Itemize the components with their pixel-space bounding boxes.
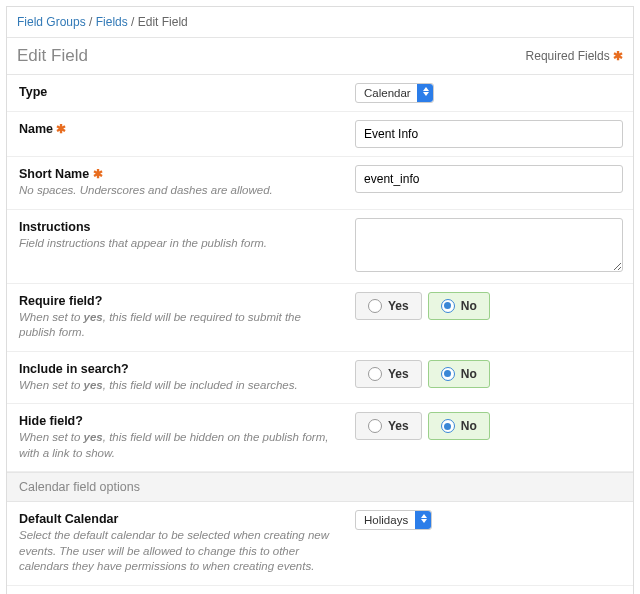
search-label: Include in search? xyxy=(19,362,129,376)
required-fields-label: Required Fields xyxy=(526,49,610,63)
type-label: Type xyxy=(19,85,47,99)
require-field-radio: Yes No xyxy=(355,292,623,320)
require-hint: When set to yes, this field will be requ… xyxy=(19,310,333,341)
instructions-hint: Field instructions that appear in the pu… xyxy=(19,236,333,252)
panel-header: Edit Field Required Fields ✱ xyxy=(7,38,633,75)
asterisk-icon: ✱ xyxy=(613,49,623,63)
short-name-input[interactable] xyxy=(355,165,623,193)
name-input[interactable] xyxy=(355,120,623,148)
hide-field-radio: Yes No xyxy=(355,412,623,440)
short-name-hint: No spaces. Underscores and dashes are al… xyxy=(19,183,333,199)
breadcrumb: Field Groups / Fields / Edit Field xyxy=(7,7,633,38)
crumb-current: Edit Field xyxy=(138,15,188,29)
search-yes[interactable]: Yes xyxy=(355,360,422,388)
hide-hint: When set to yes, this field will be hidd… xyxy=(19,430,333,461)
type-select[interactable]: Calendar xyxy=(355,83,434,103)
radio-icon xyxy=(441,419,455,433)
asterisk-icon: ✱ xyxy=(56,122,66,136)
default-calendar-label: Default Calendar xyxy=(19,512,118,526)
radio-icon xyxy=(368,367,382,381)
hide-no[interactable]: No xyxy=(428,412,490,440)
radio-icon xyxy=(368,299,382,313)
radio-icon xyxy=(441,367,455,381)
asterisk-icon: ✱ xyxy=(93,167,103,181)
calendar-options-header: Calendar field options xyxy=(7,472,633,502)
default-calendar-select[interactable]: Holidays xyxy=(355,510,432,530)
name-label: Name xyxy=(19,122,53,136)
radio-icon xyxy=(441,299,455,313)
hide-label: Hide field? xyxy=(19,414,83,428)
radio-icon xyxy=(368,419,382,433)
require-yes[interactable]: Yes xyxy=(355,292,422,320)
default-calendar-hint: Select the default calendar to be select… xyxy=(19,528,333,575)
search-no[interactable]: No xyxy=(428,360,490,388)
require-no[interactable]: No xyxy=(428,292,490,320)
page-title: Edit Field xyxy=(17,46,88,66)
require-label: Require field? xyxy=(19,294,102,308)
instructions-textarea[interactable] xyxy=(355,218,623,272)
include-search-radio: Yes No xyxy=(355,360,623,388)
short-name-label: Short Name xyxy=(19,167,89,181)
crumb-field-groups[interactable]: Field Groups xyxy=(17,15,86,29)
hide-yes[interactable]: Yes xyxy=(355,412,422,440)
search-hint: When set to yes, this field will be incl… xyxy=(19,378,333,394)
instructions-label: Instructions xyxy=(19,220,91,234)
crumb-fields[interactable]: Fields xyxy=(96,15,128,29)
